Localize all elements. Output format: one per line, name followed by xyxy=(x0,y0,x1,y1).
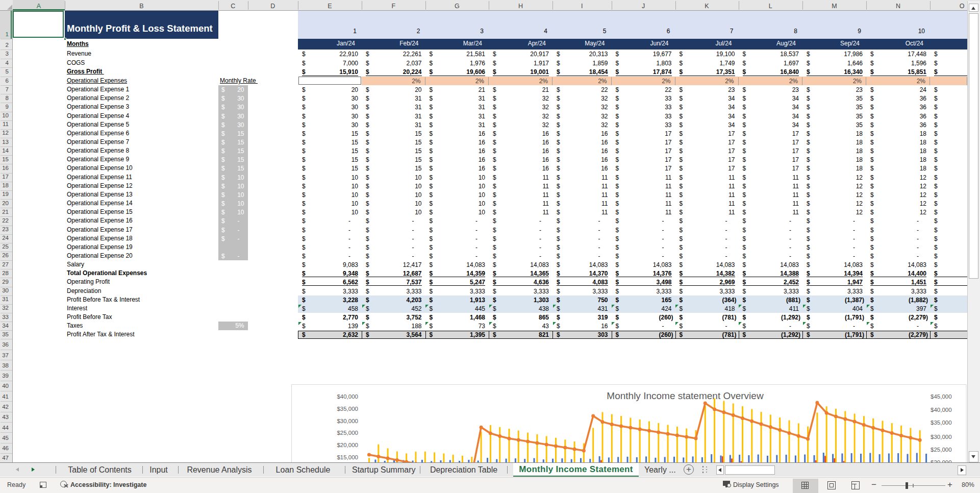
svg-text:$15,000: $15,000 xyxy=(337,454,358,460)
svg-text:$20,000: $20,000 xyxy=(337,441,358,448)
svg-text:$35,000: $35,000 xyxy=(337,405,358,411)
svg-text:$25,000: $25,000 xyxy=(931,447,952,453)
svg-text:$35,000: $35,000 xyxy=(931,420,952,426)
svg-text:$30,000: $30,000 xyxy=(337,417,358,424)
svg-text:$30,000: $30,000 xyxy=(931,433,952,439)
svg-text:$40,000: $40,000 xyxy=(337,393,358,399)
svg-text:$45,000: $45,000 xyxy=(931,393,952,399)
svg-text:Monthly Income statement Overv: Monthly Income statement Overview xyxy=(607,390,764,401)
svg-text:$40,000: $40,000 xyxy=(931,406,952,412)
svg-text:$25,000: $25,000 xyxy=(337,430,358,436)
